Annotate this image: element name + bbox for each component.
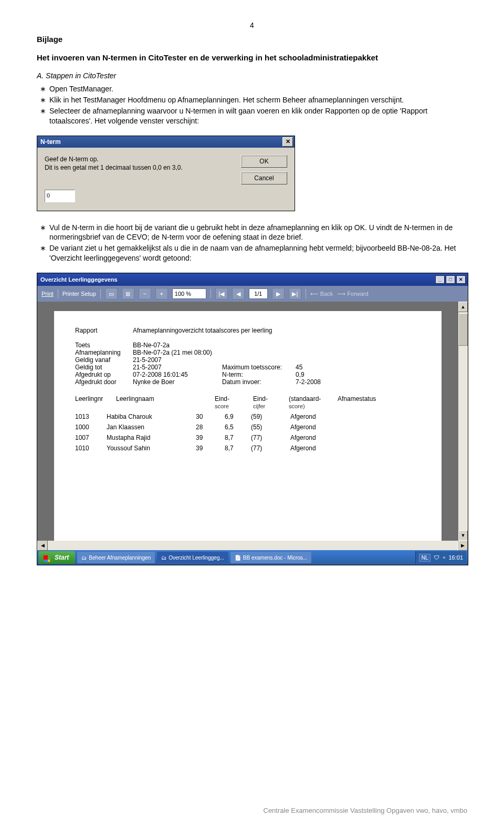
zoom-out-icon[interactable]: − — [139, 288, 151, 299]
page-width-icon[interactable]: ⊞ — [122, 288, 134, 299]
cell-cijfer: 6,5 — [225, 424, 251, 431]
steps-list-a: Open TestManager. Klik in het TestManage… — [37, 84, 467, 126]
report-paper: Rapport Afnameplanningoverzicht totaalsc… — [54, 311, 442, 541]
list-item: De variant ziet u het gemakkelijkst als … — [49, 243, 467, 263]
rapport-value: Afnameplanningoverzicht totaalscores per… — [133, 327, 272, 334]
scroll-right-icon[interactable]: ▶ — [457, 540, 468, 551]
cell-name: Mustapha Rajid — [107, 434, 196, 441]
cell-name: Youssouf Sahin — [107, 445, 196, 452]
scroll-up-icon[interactable]: ▲ — [458, 302, 468, 312]
cell-nr: 1000 — [75, 424, 107, 431]
table-row: 1013 Habiba Charouk 30 6,9 (59) Afgerond — [75, 413, 421, 420]
minimize-icon[interactable]: _ — [435, 275, 445, 284]
cell-nr: 1007 — [75, 434, 107, 441]
last-page-icon[interactable]: ▶| — [289, 288, 301, 299]
field-value: 0,9 — [296, 371, 304, 378]
report-toolbar: Print Printer Setup ▭ ⊞ − + 100 % |◀ ◀ 1… — [37, 286, 468, 302]
list-item: Vul de N-term in die hoort bij de varian… — [49, 223, 467, 243]
next-page-icon[interactable]: ▶ — [272, 288, 285, 299]
zoom-in-icon[interactable]: + — [155, 288, 168, 299]
clock: 16:01 — [448, 554, 463, 561]
table-row: 1007 Mustapha Rajid 39 8,7 (77) Afgerond — [75, 434, 421, 441]
forward-button[interactable]: ⟶ Forward — [337, 291, 368, 297]
prev-page-icon[interactable]: ◀ — [232, 288, 245, 299]
taskbar-item[interactable]: 📄 BB examens.doc - Micros... — [230, 552, 311, 563]
scroll-left-icon[interactable]: ◀ — [37, 540, 48, 551]
field-value: 07-2-2008 16:01:45 — [133, 371, 188, 378]
windows-taskbar: Start 🗂 Beheer Afnameplanningen 🗂 Overzi… — [37, 550, 468, 565]
taskbar-item[interactable]: 🗂 Overzicht Leerlinggeg... — [157, 552, 228, 563]
close-icon[interactable]: ✕ — [282, 137, 293, 147]
cell-cijfer: 6,9 — [225, 413, 251, 420]
first-page-icon[interactable]: |◀ — [215, 288, 228, 299]
nterm-instruction: Geef de N-term op. Dit is een getal met … — [45, 155, 225, 184]
field-key: Afnameplanning — [75, 349, 133, 356]
col-header-score: Eind- — [215, 395, 229, 402]
nterm-title: N-term — [40, 138, 61, 146]
field-key: Toets — [75, 342, 133, 349]
report-titlebar: Overzicht Leerlinggegevens _ □ ✕ — [37, 273, 468, 286]
cell-name: Habiba Charouk — [107, 413, 196, 420]
cell-score: 39 — [196, 434, 225, 441]
printer-setup-button[interactable]: Printer Setup — [62, 291, 96, 297]
back-button[interactable]: ⟵ Back — [310, 291, 333, 297]
page-number: 4 — [37, 21, 467, 29]
scroll-thumb[interactable] — [458, 313, 468, 346]
taskbar-item[interactable]: 🗂 Beheer Afnameplanningen — [77, 552, 155, 563]
app-icon: 🗂 — [81, 555, 87, 561]
cell-status: Afgerond — [290, 445, 343, 452]
cancel-button[interactable]: Cancel — [241, 172, 287, 184]
col-header-std: (standaard- — [289, 395, 321, 402]
nterm-titlebar: N-term ✕ — [37, 136, 295, 148]
maximize-icon[interactable]: □ — [446, 275, 455, 284]
field-key: Afgedrukt op — [75, 371, 133, 378]
chevron-left-icon[interactable]: « — [443, 555, 445, 560]
appendix-label: Bijlage — [37, 35, 467, 44]
language-indicator[interactable]: NL — [419, 554, 431, 562]
steps-list-b: Vul de N-term in die hoort bij de varian… — [37, 223, 467, 264]
vertical-scrollbar[interactable]: ▲ ▼ — [458, 302, 468, 541]
cell-std: (59) — [251, 413, 290, 420]
field-key: Maximum toetsscore: — [222, 364, 296, 371]
col-header-cijfer: Eind- — [253, 395, 268, 402]
zoom-level[interactable]: 100 % — [172, 288, 206, 299]
table-row: 1010 Youssouf Sahin 39 8,7 (77) Afgerond — [75, 445, 421, 452]
col-header-name: Leerlingnaam — [116, 395, 215, 410]
nterm-dialog: N-term ✕ Geef de N-term op. Dit is een g… — [37, 136, 295, 211]
page-indicator: 1/1 — [249, 288, 268, 299]
ok-button[interactable]: OK — [241, 155, 287, 168]
scroll-down-icon[interactable]: ▼ — [458, 530, 468, 541]
footer-text: Centrale Examencommissie Vaststelling Op… — [264, 807, 468, 814]
word-icon: 📄 — [235, 555, 241, 561]
col-header-nr: Leerlingnr — [75, 395, 116, 410]
list-item: Klik in het TestManager Hoofdmenu op Afn… — [49, 95, 467, 105]
document-title: Het invoeren van N-termen in CitoTester … — [37, 53, 467, 62]
nterm-line1: Geef de N-term op. — [45, 156, 99, 163]
field-key: N-term: — [222, 371, 296, 378]
col-header-std-sub: score) — [289, 403, 305, 409]
tray-icon[interactable]: 🛡 — [434, 554, 439, 561]
list-item: Open TestManager. — [49, 84, 467, 94]
start-button[interactable]: Start — [39, 551, 75, 564]
cell-status: Afgerond — [290, 413, 343, 420]
rapport-label: Rapport — [75, 327, 133, 334]
cell-score: 28 — [196, 424, 225, 431]
windows-logo-icon — [44, 555, 48, 560]
col-header-cijfer-sub: cijfer — [253, 403, 265, 409]
horizontal-scrollbar[interactable]: ◀ ▶ — [37, 541, 468, 550]
cell-cijfer: 8,7 — [225, 445, 251, 452]
system-tray: NL 🛡 « 16:01 — [415, 551, 466, 564]
nterm-input[interactable] — [45, 190, 75, 202]
table-row: 1000 Jan Klaassen 28 6,5 (55) Afgerond — [75, 424, 421, 431]
field-value: BB-Ne-07-2a (21 mei 08:00) — [133, 349, 212, 356]
cell-std: (77) — [251, 445, 290, 452]
field-value: 21-5-2007 — [133, 364, 162, 371]
field-value: Nynke de Boer — [133, 378, 174, 386]
field-value: 21-5-2007 — [133, 356, 162, 364]
field-value: 45 — [296, 364, 302, 371]
close-icon[interactable]: ✕ — [456, 275, 466, 284]
print-button[interactable]: Print — [41, 291, 54, 297]
page-fit-icon[interactable]: ▭ — [105, 288, 118, 299]
col-header-status: Afnamestatus — [338, 395, 400, 410]
col-header-score-sub: score — [215, 403, 229, 409]
